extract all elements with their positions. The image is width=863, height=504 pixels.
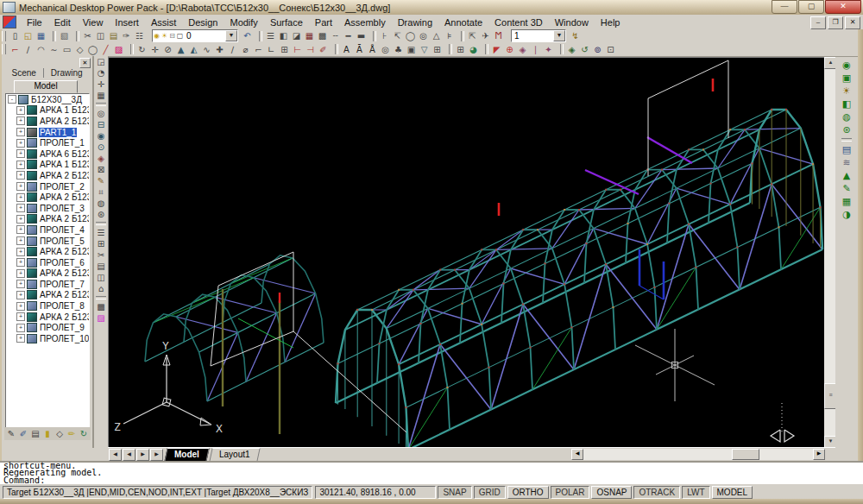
scale-combo[interactable]: 1 ▼ — [511, 29, 566, 42]
layer-color-swatch[interactable]: ▢ — [176, 32, 184, 40]
fit-tolerance-icon[interactable]: ◎ — [417, 30, 430, 41]
array-icon[interactable]: ⊞ — [278, 44, 291, 55]
text-icon[interactable]: A — [340, 44, 353, 55]
trim-icon[interactable]: ⊢ — [291, 44, 304, 55]
maximize-button[interactable]: ▢ — [798, 0, 824, 14]
expand-icon[interactable]: + — [16, 269, 25, 278]
match-properties-icon[interactable]: ✑ — [120, 30, 133, 41]
tab-prev-button[interactable]: ◀ — [123, 449, 135, 461]
shade-icon[interactable]: ▽ — [418, 44, 431, 55]
tree-item-Б12X30__3Д[interactable]: -Б12X30__3Д — [6, 94, 89, 105]
assembly-catalog-icon[interactable]: ◈ — [565, 44, 578, 55]
close-button[interactable]: ✕ — [825, 0, 861, 14]
tree-item-label[interactable]: АРКА 2 Б1230_3 — [39, 192, 90, 202]
tab-scene[interactable]: Scene — [4, 67, 42, 79]
tree-item-ПРОЛЕТ_8[interactable]: +ПРОЛЕТ_8 — [15, 300, 89, 312]
line-icon[interactable]: ∕ — [22, 44, 35, 55]
menu-surface[interactable]: Surface — [264, 16, 309, 28]
tree-item-label[interactable]: АРКА 2 Б1230_1 — [39, 117, 90, 126]
tree-item-АРКА 2 Б1230_4[interactable]: +АРКА 2 Б1230_4 — [15, 214, 89, 225]
sketch-icon[interactable]: ✐ — [317, 44, 330, 55]
polygon-icon[interactable]: ◇ — [73, 44, 86, 55]
split-icon[interactable]: ✂ — [95, 249, 107, 261]
toggle-ortho[interactable]: ORTHO — [507, 486, 549, 499]
menu-assembly[interactable]: Assembly — [338, 16, 392, 28]
update-icon[interactable]: ↺ — [578, 44, 591, 55]
new-icon[interactable]: ▯ — [9, 30, 22, 41]
doc-restore-button[interactable]: ❐ — [828, 16, 843, 29]
sweep-icon[interactable]: ∿ — [200, 44, 213, 55]
save-icon[interactable]: ▦ — [35, 30, 47, 41]
menu-content-3d[interactable]: Content 3D — [488, 16, 549, 28]
tab-model[interactable]: Model — [14, 80, 78, 93]
iso-view-icon[interactable]: ⊙ — [95, 142, 107, 153]
tree-item-ПРОЛЕТ_3[interactable]: +ПРОЛЕТ_3 — [15, 203, 89, 214]
menu-file[interactable]: File — [21, 16, 48, 28]
menu-annotate[interactable]: Annotate — [438, 16, 488, 28]
viewport-vscrollbar[interactable]: ▲ ≡ ▼ — [824, 57, 835, 447]
tree-item-АРКА 6 Б1230_1[interactable]: +АРКА 6 Б1230_1 — [15, 148, 89, 160]
tree-item-label[interactable]: АРКА 1 Б1230_1 — [39, 105, 90, 115]
work-point-icon[interactable]: ✦ — [542, 44, 555, 55]
tree-item-PART1_1[interactable]: +PART1_1 — [15, 127, 89, 138]
rectangle-icon[interactable]: ▭ — [60, 44, 73, 55]
surface-symbol-icon[interactable]: △ — [430, 30, 443, 41]
tree-item-label[interactable]: ПРОЛЕТ_1 — [39, 138, 85, 148]
3d-views-icon[interactable]: ◕ — [467, 44, 480, 55]
toggle-snap[interactable]: SNAP — [438, 486, 471, 499]
materials-icon[interactable]: ◧ — [840, 98, 854, 110]
tree-item-label[interactable]: АРКА 2 Б1230_8 — [39, 290, 90, 299]
toggle-model[interactable]: MODEL — [712, 486, 753, 499]
scale-icon[interactable]: ⊘ — [161, 44, 174, 55]
doc-minimize-button[interactable]: – — [810, 16, 826, 29]
highlight-icon[interactable]: ▮ — [41, 428, 54, 439]
table-icon[interactable]: ▤ — [95, 261, 107, 272]
tree-item-label[interactable]: АРКА 2 Б1230_7 — [39, 268, 90, 278]
fog-icon[interactable]: ≋ — [840, 156, 854, 169]
feature-frame-icon[interactable]: ⊧ — [443, 30, 456, 41]
pan-icon[interactable]: ✛ — [95, 79, 107, 90]
toggle-grid[interactable]: GRID — [474, 486, 506, 499]
expand-icon[interactable]: + — [16, 312, 25, 321]
viewport-hscrollbar[interactable]: ◀ ▶ — [571, 449, 825, 460]
power-dimension-icon[interactable]: ⊦ — [378, 30, 391, 41]
expand-icon[interactable]: + — [16, 324, 25, 332]
desktop-visibility-icon[interactable]: ✐ — [17, 428, 29, 439]
hscroll-thumb[interactable] — [732, 449, 759, 460]
layers-icon[interactable]: ☰ — [264, 30, 277, 41]
move-icon[interactable]: ✛ — [148, 44, 161, 55]
scroll-left-icon[interactable]: ◀ — [571, 449, 583, 460]
arc-icon[interactable]: ◠ — [35, 44, 47, 55]
landscape-new-icon[interactable]: ▲ — [840, 169, 854, 182]
fillet-icon[interactable]: ⌐ — [252, 44, 265, 55]
extrude-icon[interactable]: ▲ — [174, 44, 187, 55]
make-object-layer-icon[interactable]: ◪ — [290, 30, 303, 41]
cut-icon[interactable]: ✂ — [81, 30, 94, 41]
tree-item-label[interactable]: ПРОЛЕТ_9 — [39, 323, 85, 332]
tree-item-ПРОЛЕТ_6[interactable]: +ПРОЛЕТ_6 — [15, 257, 89, 268]
lineweight-icon[interactable]: ━ — [342, 30, 355, 41]
chamfer-icon[interactable]: ∟ — [265, 44, 278, 55]
desktop-options-icon[interactable]: ✎ — [5, 428, 17, 439]
print-icon[interactable]: ☷ — [133, 30, 146, 41]
layer-states-icon[interactable]: ▦ — [303, 30, 316, 41]
extend-icon[interactable]: ⊣ — [304, 44, 317, 55]
tree-item-label[interactable]: АРКА 1 Б1230_2 — [39, 160, 90, 169]
paste-icon[interactable]: ▤ — [107, 30, 120, 41]
construction-line-icon[interactable]: ╱ — [99, 44, 112, 55]
options-icon[interactable]: ⊚ — [591, 44, 604, 55]
expand-icon[interactable]: + — [16, 248, 25, 256]
menu-window[interactable]: Window — [549, 16, 595, 28]
tree-item-label[interactable]: PART1_1 — [39, 128, 77, 137]
expand-icon[interactable]: + — [16, 204, 25, 212]
tree-item-ПРОЛЕТ_4[interactable]: +ПРОЛЕТ_4 — [15, 224, 89, 236]
layer-on-icon[interactable]: ◉ — [153, 32, 161, 40]
tree-item-ПРОЛЕТ_2[interactable]: +ПРОЛЕТ_2 — [15, 181, 89, 192]
tree-item-label[interactable]: ПРОЛЕТ_4 — [39, 225, 85, 235]
expand-icon[interactable]: - — [8, 95, 16, 104]
profile-icon[interactable]: ⌗ — [95, 186, 107, 198]
home-icon[interactable]: ⌂ — [95, 283, 107, 294]
tab-drawing[interactable]: Drawing — [44, 67, 90, 79]
parameters-icon[interactable]: ⊛ — [95, 209, 107, 220]
tree-item-ПРОЛЕТ_5[interactable]: +ПРОЛЕТ_5 — [15, 236, 89, 247]
